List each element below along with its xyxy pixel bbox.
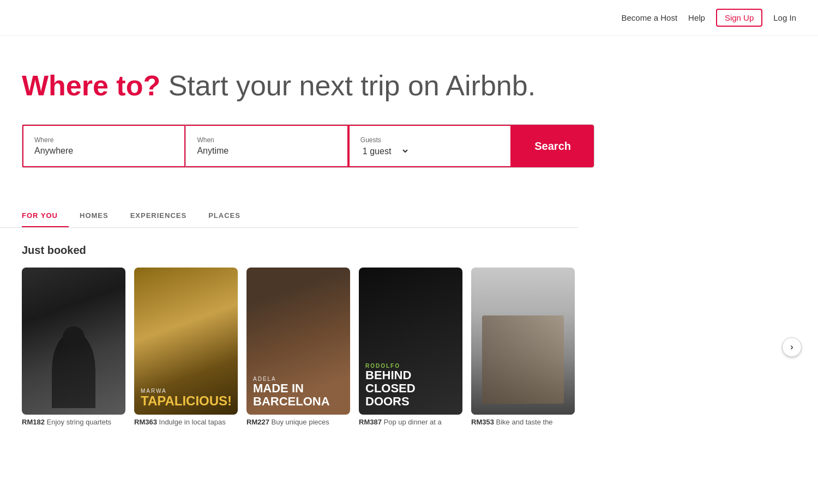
card-price: RM227 bbox=[246, 418, 269, 426]
card-overlay: MARWA TAPALICIOUS! bbox=[134, 381, 238, 415]
card-caption: RM387 Pop up dinner at a bbox=[359, 418, 462, 426]
hero-title: Where to? Start your next trip on Airbnb… bbox=[22, 69, 796, 102]
hero-section: Where to? Start your next trip on Airbnb… bbox=[0, 36, 818, 190]
card-caption: RM353 Bike and taste the bbox=[471, 418, 575, 426]
hero-title-dark: Start your next trip on Airbnb. bbox=[160, 70, 536, 101]
tabs-bar: FOR YOU HOMES EXPERIENCES PLACES bbox=[0, 190, 578, 228]
hero-title-red: Where to? bbox=[22, 70, 160, 101]
card-caption: RM363 Indulge in local tapas bbox=[134, 418, 238, 426]
card-caption: RM227 Buy unique pieces bbox=[246, 418, 350, 426]
search-bar: Where Anywhere When Anytime Guests 1 gue… bbox=[22, 124, 594, 168]
card-price: RM182 bbox=[22, 418, 45, 426]
card-overlay: RODOLFO BEHIND CLOSED DOORS bbox=[359, 356, 462, 415]
when-value: Anytime bbox=[197, 146, 336, 156]
guests-field[interactable]: Guests 1 guest 2 guests 3 guests 4 guest… bbox=[348, 125, 512, 167]
card-image: ADELA MADE IN BARCELONA bbox=[246, 268, 350, 415]
list-item[interactable]: RM353 Bike and taste the bbox=[471, 268, 575, 426]
where-value: Anywhere bbox=[34, 146, 173, 156]
card-caption: RM182 Enjoy string quartets bbox=[22, 418, 125, 426]
tab-experiences[interactable]: EXPERIENCES bbox=[130, 206, 197, 227]
next-button[interactable]: › bbox=[782, 337, 802, 357]
header: Become a Host Help Sign Up Log In bbox=[0, 0, 818, 36]
card-image: RODOLFO BEHIND CLOSED DOORS bbox=[359, 268, 462, 415]
card-overlay: ADELA MADE IN BARCELONA bbox=[246, 369, 350, 415]
card-image bbox=[471, 268, 575, 415]
header-nav: Become a Host Help Sign Up Log In bbox=[622, 9, 797, 27]
list-item[interactable]: ADELA MADE IN BARCELONA RM227 Buy unique… bbox=[246, 268, 350, 426]
login-link[interactable]: Log In bbox=[773, 13, 796, 22]
become-host-link[interactable]: Become a Host bbox=[622, 13, 678, 22]
just-booked-section: Just booked RM182 Enjoy string quartets … bbox=[0, 228, 818, 442]
where-field[interactable]: Where Anywhere bbox=[22, 125, 185, 167]
when-label: When bbox=[197, 136, 336, 144]
search-button[interactable]: Search bbox=[512, 125, 594, 167]
where-label: Where bbox=[34, 136, 173, 144]
guests-select[interactable]: 1 guest 2 guests 3 guests 4 guests 5+ gu… bbox=[360, 146, 410, 156]
card-price: RM387 bbox=[359, 418, 382, 426]
cards-container: RM182 Enjoy string quartets MARWA TAPALI… bbox=[22, 268, 796, 426]
tab-homes[interactable]: HOMES bbox=[80, 206, 119, 227]
list-item[interactable]: RODOLFO BEHIND CLOSED DOORS RM387 Pop up… bbox=[359, 268, 462, 426]
tab-places[interactable]: PLACES bbox=[208, 206, 251, 227]
list-item[interactable]: RM182 Enjoy string quartets bbox=[22, 268, 125, 426]
tab-for-you[interactable]: FOR YOU bbox=[22, 206, 69, 227]
card-price: RM363 bbox=[134, 418, 157, 426]
list-item[interactable]: MARWA TAPALICIOUS! RM363 Indulge in loca… bbox=[134, 268, 238, 426]
card-price: RM353 bbox=[471, 418, 494, 426]
guests-label: Guests bbox=[360, 136, 500, 144]
signup-button[interactable]: Sign Up bbox=[716, 9, 762, 27]
card-image: MARWA TAPALICIOUS! bbox=[134, 268, 238, 415]
when-field[interactable]: When Anytime bbox=[185, 125, 348, 167]
help-link[interactable]: Help bbox=[688, 13, 705, 22]
section-title: Just booked bbox=[22, 244, 796, 257]
card-image bbox=[22, 268, 125, 415]
